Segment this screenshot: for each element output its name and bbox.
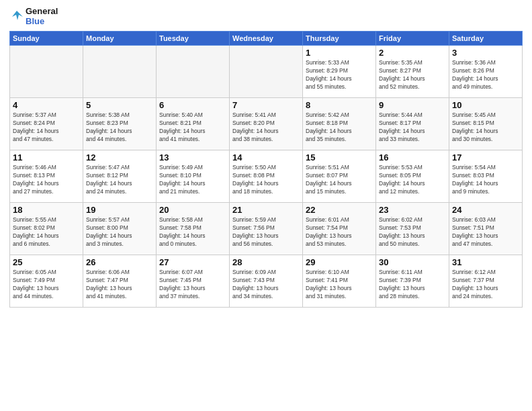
day-number: 8 xyxy=(306,100,373,110)
day-cell: 19Sunrise: 5:57 AM Sunset: 8:00 PM Dayli… xyxy=(83,202,157,255)
day-number: 23 xyxy=(379,205,446,215)
day-info: Sunrise: 5:49 AM Sunset: 8:10 PM Dayligh… xyxy=(159,164,226,196)
page-container: General Blue SundayMondayTuesdayWednesda… xyxy=(0,0,532,312)
day-cell: 10Sunrise: 5:45 AM Sunset: 8:15 PM Dayli… xyxy=(449,97,523,150)
day-number: 3 xyxy=(452,48,519,58)
day-cell: 13Sunrise: 5:49 AM Sunset: 8:10 PM Dayli… xyxy=(157,150,230,202)
day-info: Sunrise: 5:58 AM Sunset: 7:58 PM Dayligh… xyxy=(159,216,226,248)
day-info: Sunrise: 6:10 AM Sunset: 7:41 PM Dayligh… xyxy=(306,269,373,301)
day-number: 6 xyxy=(159,100,226,110)
day-cell: 24Sunrise: 6:03 AM Sunset: 7:51 PM Dayli… xyxy=(449,202,523,255)
day-info: Sunrise: 5:33 AM Sunset: 8:29 PM Dayligh… xyxy=(306,59,373,91)
day-cell: 31Sunrise: 6:12 AM Sunset: 7:37 PM Dayli… xyxy=(449,255,523,307)
day-info: Sunrise: 6:06 AM Sunset: 7:47 PM Dayligh… xyxy=(86,269,153,301)
day-number: 4 xyxy=(13,100,80,110)
day-header-tuesday: Tuesday xyxy=(157,31,230,45)
day-info: Sunrise: 5:54 AM Sunset: 8:03 PM Dayligh… xyxy=(452,164,519,196)
day-number: 29 xyxy=(306,257,373,267)
calendar-table: SundayMondayTuesdayWednesdayThursdayFrid… xyxy=(9,31,523,308)
svg-marker-0 xyxy=(12,11,23,20)
header-row: SundayMondayTuesdayWednesdayThursdayFrid… xyxy=(10,31,523,45)
day-cell xyxy=(157,45,230,97)
day-number: 21 xyxy=(232,205,300,215)
day-number: 20 xyxy=(159,205,226,215)
day-cell: 11Sunrise: 5:46 AM Sunset: 8:13 PM Dayli… xyxy=(10,150,83,202)
day-info: Sunrise: 6:02 AM Sunset: 7:53 PM Dayligh… xyxy=(379,216,446,248)
day-info: Sunrise: 5:38 AM Sunset: 8:23 PM Dayligh… xyxy=(86,111,153,144)
day-number: 15 xyxy=(306,152,373,163)
day-info: Sunrise: 6:05 AM Sunset: 7:49 PM Dayligh… xyxy=(13,269,80,301)
day-info: Sunrise: 5:53 AM Sunset: 8:05 PM Dayligh… xyxy=(379,164,446,196)
day-cell: 1Sunrise: 5:33 AM Sunset: 8:29 PM Daylig… xyxy=(303,45,376,97)
week-row-5: 25Sunrise: 6:05 AM Sunset: 7:49 PM Dayli… xyxy=(10,255,523,307)
day-cell: 3Sunrise: 5:36 AM Sunset: 8:26 PM Daylig… xyxy=(449,45,523,97)
day-cell: 15Sunrise: 5:51 AM Sunset: 8:07 PM Dayli… xyxy=(303,150,376,202)
day-cell: 26Sunrise: 6:06 AM Sunset: 7:47 PM Dayli… xyxy=(83,255,157,307)
day-cell: 5Sunrise: 5:38 AM Sunset: 8:23 PM Daylig… xyxy=(83,97,157,150)
day-number: 25 xyxy=(13,257,80,267)
logo-general-text: General xyxy=(26,7,58,17)
day-number: 17 xyxy=(452,152,519,163)
day-number: 10 xyxy=(452,100,519,110)
day-number: 18 xyxy=(13,205,80,215)
day-cell xyxy=(10,45,83,97)
day-cell: 29Sunrise: 6:10 AM Sunset: 7:41 PM Dayli… xyxy=(303,255,376,307)
day-number: 24 xyxy=(452,205,519,215)
day-info: Sunrise: 5:57 AM Sunset: 8:00 PM Dayligh… xyxy=(86,216,153,248)
day-cell xyxy=(83,45,157,97)
week-row-3: 11Sunrise: 5:46 AM Sunset: 8:13 PM Dayli… xyxy=(10,150,523,202)
header: General Blue xyxy=(9,7,523,27)
day-info: Sunrise: 5:42 AM Sunset: 8:18 PM Dayligh… xyxy=(306,111,373,144)
day-info: Sunrise: 5:55 AM Sunset: 8:02 PM Dayligh… xyxy=(13,216,80,248)
day-info: Sunrise: 6:07 AM Sunset: 7:45 PM Dayligh… xyxy=(159,269,226,301)
day-cell: 17Sunrise: 5:54 AM Sunset: 8:03 PM Dayli… xyxy=(449,150,523,202)
day-cell: 22Sunrise: 6:01 AM Sunset: 7:54 PM Dayli… xyxy=(303,202,376,255)
day-number: 13 xyxy=(159,152,226,163)
day-number: 19 xyxy=(86,205,153,215)
logo: General Blue xyxy=(9,7,58,27)
day-info: Sunrise: 5:35 AM Sunset: 8:27 PM Dayligh… xyxy=(379,59,446,91)
logo-blue-text: Blue xyxy=(26,17,58,27)
day-cell: 27Sunrise: 6:07 AM Sunset: 7:45 PM Dayli… xyxy=(157,255,230,307)
day-cell: 9Sunrise: 5:44 AM Sunset: 8:17 PM Daylig… xyxy=(376,97,449,150)
day-number: 30 xyxy=(379,257,446,267)
day-info: Sunrise: 5:46 AM Sunset: 8:13 PM Dayligh… xyxy=(13,164,80,196)
day-cell: 25Sunrise: 6:05 AM Sunset: 7:49 PM Dayli… xyxy=(10,255,83,307)
day-cell: 23Sunrise: 6:02 AM Sunset: 7:53 PM Dayli… xyxy=(376,202,449,255)
day-cell xyxy=(230,45,303,97)
day-number: 5 xyxy=(86,100,153,110)
day-cell: 30Sunrise: 6:11 AM Sunset: 7:39 PM Dayli… xyxy=(376,255,449,307)
day-header-saturday: Saturday xyxy=(449,31,523,45)
day-info: Sunrise: 5:59 AM Sunset: 7:56 PM Dayligh… xyxy=(232,216,300,248)
day-number: 27 xyxy=(159,257,226,267)
day-cell: 14Sunrise: 5:50 AM Sunset: 8:08 PM Dayli… xyxy=(230,150,303,202)
day-cell: 8Sunrise: 5:42 AM Sunset: 8:18 PM Daylig… xyxy=(303,97,376,150)
day-info: Sunrise: 5:47 AM Sunset: 8:12 PM Dayligh… xyxy=(86,164,153,196)
day-number: 12 xyxy=(86,152,153,163)
day-info: Sunrise: 5:51 AM Sunset: 8:07 PM Dayligh… xyxy=(306,164,373,196)
day-info: Sunrise: 6:09 AM Sunset: 7:43 PM Dayligh… xyxy=(232,269,300,301)
day-info: Sunrise: 5:36 AM Sunset: 8:26 PM Dayligh… xyxy=(452,59,519,91)
day-info: Sunrise: 5:45 AM Sunset: 8:15 PM Dayligh… xyxy=(452,111,519,144)
day-info: Sunrise: 6:01 AM Sunset: 7:54 PM Dayligh… xyxy=(306,216,373,248)
day-cell: 2Sunrise: 5:35 AM Sunset: 8:27 PM Daylig… xyxy=(376,45,449,97)
day-info: Sunrise: 6:12 AM Sunset: 7:37 PM Dayligh… xyxy=(452,269,519,301)
logo-bird-icon xyxy=(9,9,24,24)
day-cell: 16Sunrise: 5:53 AM Sunset: 8:05 PM Dayli… xyxy=(376,150,449,202)
day-header-monday: Monday xyxy=(83,31,157,45)
day-cell: 20Sunrise: 5:58 AM Sunset: 7:58 PM Dayli… xyxy=(157,202,230,255)
day-info: Sunrise: 5:50 AM Sunset: 8:08 PM Dayligh… xyxy=(232,164,300,196)
day-number: 31 xyxy=(452,257,519,267)
day-header-sunday: Sunday xyxy=(10,31,83,45)
week-row-1: 1Sunrise: 5:33 AM Sunset: 8:29 PM Daylig… xyxy=(10,45,523,97)
day-cell: 7Sunrise: 5:41 AM Sunset: 8:20 PM Daylig… xyxy=(230,97,303,150)
day-info: Sunrise: 5:37 AM Sunset: 8:24 PM Dayligh… xyxy=(13,111,80,144)
day-number: 28 xyxy=(232,257,300,267)
day-header-thursday: Thursday xyxy=(303,31,376,45)
day-number: 14 xyxy=(232,152,300,163)
day-cell: 21Sunrise: 5:59 AM Sunset: 7:56 PM Dayli… xyxy=(230,202,303,255)
day-number: 9 xyxy=(379,100,446,110)
day-header-wednesday: Wednesday xyxy=(230,31,303,45)
day-info: Sunrise: 6:03 AM Sunset: 7:51 PM Dayligh… xyxy=(452,216,519,248)
day-cell: 18Sunrise: 5:55 AM Sunset: 8:02 PM Dayli… xyxy=(10,202,83,255)
